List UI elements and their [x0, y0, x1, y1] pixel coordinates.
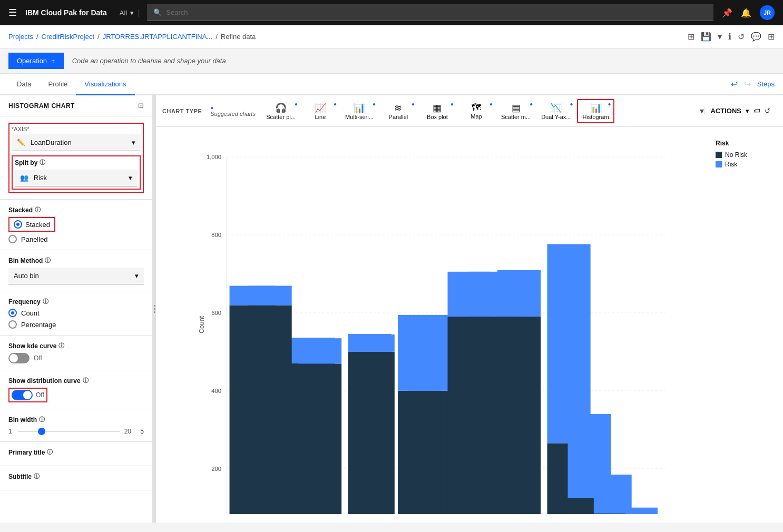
freq-info-icon[interactable]: ⓘ [43, 298, 48, 306]
redo-icon[interactable]: ↪ [744, 79, 751, 89]
undo-icon[interactable]: ↩ [731, 79, 738, 89]
split-info-icon[interactable]: ⓘ [40, 159, 45, 166]
bin-method-select[interactable]: Auto bin ▾ [8, 268, 144, 284]
bin-method-value: Auto bin [14, 272, 39, 280]
primary-title-section: Primary title ⓘ [0, 442, 152, 466]
panelled-radio[interactable] [8, 235, 17, 243]
breadcrumb-file[interactable]: JRTORRES.JRTAPPLICANTFINA... [103, 33, 213, 41]
breadcrumb-projects[interactable]: Projects [8, 33, 33, 41]
split-by-select[interactable]: 👥 Risk ▾ [15, 170, 138, 186]
kde-section: Show kde curve ⓘ Off [0, 336, 152, 370]
bin-width-info-icon[interactable]: ⓘ [39, 416, 45, 423]
chart-type-line[interactable]: ● 📈 Line [302, 100, 339, 122]
chart-type-dual[interactable]: ● 📉 Dual Y-ax... [537, 100, 575, 122]
chevron-down-icon[interactable]: ▾ [718, 32, 722, 42]
stacked-radio[interactable] [14, 220, 22, 229]
menu-icon[interactable]: ☰ [8, 7, 17, 18]
dual-label: Dual Y-ax... [541, 114, 571, 120]
percentage-option[interactable]: Percentage [8, 320, 144, 329]
distribution-toggle[interactable] [12, 390, 33, 400]
brand-name: IBM Cloud Pak for Data [25, 8, 107, 17]
all-dropdown[interactable]: All ▾ [115, 9, 139, 17]
operation-button[interactable]: Operation + [8, 53, 64, 69]
pin-icon[interactable]: 📌 [722, 8, 732, 18]
bin-width-section: Bin width ⓘ 1 20 5 [0, 409, 152, 442]
count-label: Count [21, 309, 40, 317]
left-panel: HISTOGRAM CHART ⊡ *axis* ✏️ LoanDuration… [0, 95, 153, 523]
histogram-icon: 📊 [590, 102, 602, 114]
info-icon[interactable]: ℹ [728, 32, 731, 42]
chart-type-map[interactable]: ● 🗺 Map [458, 100, 495, 122]
svg-rect-26 [298, 338, 341, 363]
percentage-radio[interactable] [8, 320, 17, 329]
chart-type-boxplot[interactable]: ● ▦ Box plot [419, 100, 456, 122]
search-bar[interactable]: 🔍 [147, 4, 713, 21]
search-input[interactable] [166, 8, 707, 16]
svg-rect-32 [447, 272, 491, 317]
panelled-option[interactable]: Panelled [8, 235, 144, 243]
kde-toggle[interactable] [8, 353, 30, 363]
save-icon[interactable]: 💾 [701, 32, 711, 42]
chevron-down-icon: ▾ [132, 139, 135, 146]
line-icon: 📈 [315, 102, 326, 114]
chart-type-scatter[interactable]: ● 🎧 Scatter pl... [262, 100, 300, 122]
chevron-down-icon: ▾ [135, 272, 139, 280]
chevron-down-icon: ▾ [130, 9, 134, 17]
expand-icon[interactable]: ⊡ [138, 102, 144, 110]
x-axis-value: LoanDuration [31, 139, 72, 146]
top-nav: ☰ IBM Cloud Pak for Data All ▾ 🔍 📌 🔔 JR [0, 0, 783, 25]
frequency-label: Frequency ⓘ [8, 298, 144, 306]
stacked-option[interactable]: Stacked [8, 217, 144, 232]
scatter-label: Scatter pl... [266, 114, 296, 120]
split-by-box: Split by ⓘ 👥 Risk ▾ [12, 155, 141, 190]
bell-icon[interactable]: 🔔 [741, 8, 751, 18]
tab-data[interactable]: Data [8, 74, 40, 95]
bin-width-slider[interactable] [18, 431, 120, 432]
slider-val: 5 [135, 428, 144, 435]
stacked-info-icon[interactable]: ⓘ [35, 206, 41, 214]
primary-title-info-icon[interactable]: ⓘ [47, 448, 53, 456]
expand-chart-types-icon[interactable]: ▾ [700, 106, 704, 116]
steps-link[interactable]: Steps [757, 80, 775, 88]
suggested-dot: ● [210, 105, 213, 111]
chart-type-scatter-m[interactable]: ● ▤ Scatter m... [497, 100, 535, 122]
operation-hint: Code an operation to cleanse and shape y… [72, 57, 226, 65]
breadcrumb-project[interactable]: CreditRiskProject [42, 33, 94, 41]
count-option[interactable]: Count [8, 309, 144, 317]
parallel-label: Parallel [389, 114, 408, 120]
chart-type-multi[interactable]: ● 📊 Multi-seri... [341, 100, 378, 122]
dist-info-icon[interactable]: ⓘ [83, 377, 89, 385]
breadcrumb-current: Refine data [221, 33, 256, 41]
no-risk-swatch [716, 152, 722, 158]
distribution-toggle-box: Off [8, 388, 47, 402]
dual-icon: 📉 [550, 102, 562, 114]
chart-content: Count 1,000 800 600 400 [156, 127, 783, 523]
tab-profile[interactable]: Profile [40, 74, 76, 95]
bin-info-icon[interactable]: ⓘ [45, 257, 51, 264]
kde-info-icon[interactable]: ⓘ [58, 342, 64, 350]
scatter-m-icon: ▤ [512, 102, 521, 114]
tabs: Data Profile Visualizations [8, 74, 135, 94]
tab-nav-icons: ↩ ↪ Steps [731, 79, 775, 89]
refresh-icon[interactable]: ↺ [765, 107, 770, 115]
x-axis-select[interactable]: ✏️ LoanDuration ▾ [12, 134, 141, 151]
svg-text:200: 200 [211, 466, 221, 472]
dot-map: ● [490, 101, 493, 107]
histogram-bars [249, 244, 667, 514]
tab-visualizations[interactable]: Visualizations [76, 74, 134, 95]
dot-dual: ● [570, 101, 573, 107]
chart-type-histogram[interactable]: ● 📊 Histogram [577, 99, 614, 123]
risk-swatch [716, 161, 722, 168]
actions-chevron-icon[interactable]: ▾ [746, 107, 749, 115]
subtitle-info-icon[interactable]: ⓘ [34, 472, 40, 480]
split-icon[interactable]: ⊞ [768, 32, 775, 42]
grid-icon[interactable]: ⊞ [688, 32, 694, 42]
history-icon[interactable]: ↺ [738, 32, 745, 42]
comment-icon[interactable]: 💬 [751, 32, 761, 42]
count-radio[interactable] [8, 309, 17, 317]
chart-type-parallel[interactable]: ● ≋ Parallel [380, 100, 417, 122]
map-icon: 🗺 [472, 102, 481, 113]
tag-icon[interactable]: 🏷 [753, 107, 760, 115]
avatar[interactable]: JR [760, 5, 775, 20]
svg-text:1,000: 1,000 [207, 154, 221, 160]
